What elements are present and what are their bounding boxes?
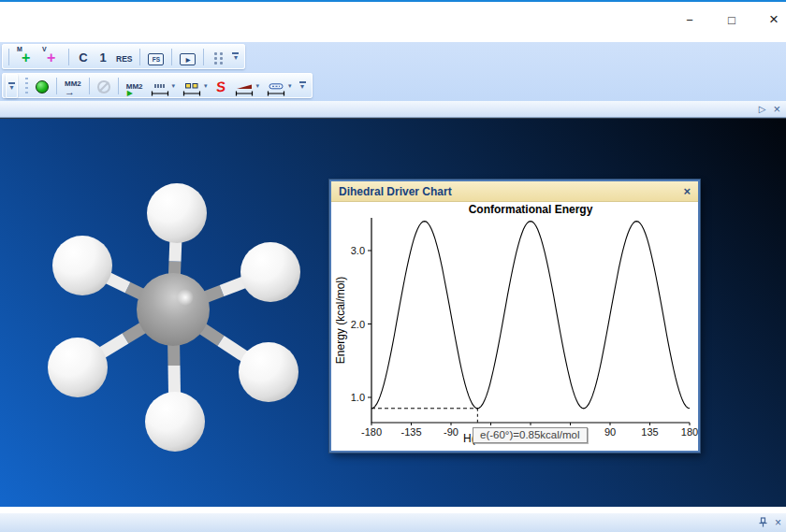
monitor-icon: FS bbox=[148, 53, 164, 65]
y-tick-label: 2.0 bbox=[351, 319, 365, 330]
minimize-button[interactable]: − bbox=[677, 7, 702, 32]
no-circle-icon bbox=[97, 80, 110, 93]
hydrogen-atom[interactable] bbox=[239, 342, 298, 402]
x-tick-label: 135 bbox=[641, 426, 658, 438]
hydrogen-atom[interactable] bbox=[145, 392, 205, 452]
capsule-icon bbox=[266, 82, 286, 97]
translate-tool-button[interactable]: M+ bbox=[15, 46, 37, 68]
toolbar-overflow-button[interactable]: ▾ bbox=[6, 74, 18, 98]
bond-plot-button[interactable]: ▾ bbox=[264, 75, 294, 97]
toolbar-separator bbox=[56, 78, 57, 94]
display-mode-button[interactable] bbox=[210, 46, 226, 68]
toolbar-separator bbox=[8, 49, 9, 65]
green-ball-icon bbox=[36, 80, 49, 93]
chart-ylabel: Energy (kcal/mol) bbox=[334, 277, 347, 364]
x-tick-label: 180 bbox=[681, 426, 698, 438]
carbon-atom[interactable] bbox=[137, 273, 210, 346]
dihedral-driver-double-button[interactable]: ▾ bbox=[180, 75, 210, 97]
red-s-icon: S bbox=[214, 76, 226, 97]
text-icon: C bbox=[79, 48, 87, 68]
dropdown-arrow-icon[interactable]: ▾ bbox=[256, 82, 260, 90]
close-panel-button[interactable]: × bbox=[773, 103, 780, 115]
monitor-play-icon: ▶ bbox=[180, 53, 196, 65]
x-tick-label: -135 bbox=[400, 426, 421, 438]
application-window: − □ × M+V+C1RESFS▶▾ ▾MM2→MM2▶▾▾S▾▾▾ ▷ × … bbox=[0, 0, 786, 532]
bottom-autohide-bar: × bbox=[0, 512, 786, 532]
toolbar1-options-button[interactable]: ▾ bbox=[229, 46, 241, 68]
toolbar2-options-button[interactable]: ▾ bbox=[297, 75, 309, 97]
mm2-minimize-button[interactable]: MM2→ bbox=[63, 75, 83, 97]
mm2-dynamics-button[interactable]: MM2▶ bbox=[124, 75, 145, 97]
hydrogen-atom[interactable] bbox=[240, 242, 300, 302]
stop-calculation-button[interactable] bbox=[95, 75, 112, 97]
dropdown-arrow-icon[interactable]: ▾ bbox=[204, 82, 208, 90]
cross-magenta-icon: V+ bbox=[42, 48, 61, 68]
wedge-icon bbox=[234, 82, 255, 97]
x-tick-label: -180 bbox=[361, 426, 382, 438]
chart-tooltip: e(-60°)=0.85kcal/mol bbox=[473, 427, 588, 443]
dropdown-arrow-icon[interactable]: ▾ bbox=[288, 82, 292, 90]
toolbar-separator bbox=[89, 78, 90, 94]
serial-numbers-button[interactable]: 1 bbox=[95, 46, 111, 68]
dropdown-arrow-icon[interactable]: ▾ bbox=[172, 82, 176, 90]
window-controls: − □ × bbox=[677, 7, 786, 32]
close-button[interactable]: × bbox=[762, 7, 786, 32]
stochastic-search-button[interactable]: S bbox=[212, 75, 229, 97]
chart-window-title: Dihedral Driver Chart bbox=[339, 185, 452, 198]
energy-plot-button[interactable]: ▾ bbox=[232, 75, 262, 97]
dots-icon bbox=[214, 52, 223, 65]
mm2-play-icon: MM2▶ bbox=[126, 83, 143, 97]
dihedral-driver-single-button[interactable]: ▾ bbox=[148, 75, 178, 97]
mm2-arrow-icon: MM2→ bbox=[65, 80, 81, 97]
ruler-icon bbox=[150, 82, 170, 97]
toolbar-separator bbox=[203, 49, 204, 65]
squares-icon bbox=[182, 82, 202, 97]
cross-green-icon: M+ bbox=[17, 48, 36, 68]
toolbar-area: M+V+C1RESFS▶▾ ▾MM2→MM2▶▾▾S▾▾▾ bbox=[0, 42, 786, 101]
presentation-button[interactable]: ▶ bbox=[178, 46, 197, 68]
chart-title: Conformational Energy bbox=[469, 203, 593, 216]
toolbar-separator bbox=[171, 49, 172, 65]
toolbar-calculation: ▾MM2→MM2▶▾▾S▾▾▾ bbox=[2, 73, 313, 98]
energy-curve[interactable] bbox=[371, 222, 690, 409]
specular-highlight bbox=[177, 289, 194, 306]
chart-axes bbox=[371, 218, 690, 423]
hydrogen-atom[interactable] bbox=[48, 338, 108, 397]
run-calculation-button[interactable] bbox=[34, 75, 51, 97]
dihedral-driver-chart-window[interactable]: Dihedral Driver Chart × -180-135-90-4504… bbox=[329, 180, 700, 453]
chart-window-titlebar[interactable]: Dihedral Driver Chart × bbox=[331, 181, 698, 202]
toolbar-grip[interactable] bbox=[25, 78, 28, 94]
hydrogen-atom[interactable] bbox=[52, 236, 112, 295]
chart-window-close-button[interactable]: × bbox=[683, 184, 691, 198]
text-icon: 1 bbox=[99, 48, 106, 68]
expand-panel-button[interactable]: ▷ bbox=[759, 105, 766, 114]
chart-plot-area[interactable]: -180-135-90-45045901351801.02.03.0Confor… bbox=[331, 202, 698, 451]
pin-icon[interactable] bbox=[758, 517, 768, 529]
collapsed-panel-strip: ▷ × bbox=[0, 101, 786, 118]
toolbar-model-display: M+V+C1RESFS▶▾ bbox=[2, 44, 245, 69]
close-panel-icon[interactable]: × bbox=[775, 517, 781, 528]
x-tick-label: -90 bbox=[444, 426, 458, 438]
window-titlebar[interactable]: − □ × bbox=[0, 0, 786, 42]
maximize-button[interactable]: □ bbox=[720, 7, 744, 32]
residue-labels-button[interactable]: RES bbox=[114, 46, 134, 68]
conformational-energy-chart[interactable]: -180-135-90-45045901351801.02.03.0Confor… bbox=[331, 202, 698, 451]
toolbar-separator bbox=[68, 49, 69, 65]
y-tick-label: 3.0 bbox=[351, 245, 365, 256]
toolbar-separator bbox=[118, 78, 119, 94]
x-tick-label: 90 bbox=[604, 426, 616, 438]
element-symbols-button[interactable]: C bbox=[75, 46, 92, 68]
y-tick-label: 1.0 bbox=[351, 392, 365, 403]
toolbar-separator bbox=[139, 49, 140, 65]
hydrogen-atom[interactable] bbox=[147, 183, 207, 243]
rotate-tool-button[interactable]: V+ bbox=[40, 46, 63, 68]
fullscreen-button[interactable]: FS bbox=[146, 46, 166, 68]
text-small-icon: RES bbox=[116, 50, 132, 68]
